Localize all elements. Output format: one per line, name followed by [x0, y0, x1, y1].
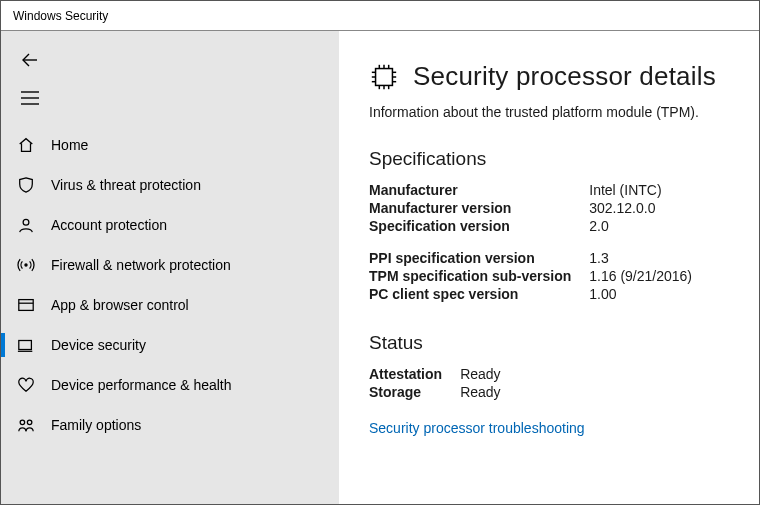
table-row: TPM specification sub-version1.16 (9/21/… — [369, 268, 710, 286]
sidebar-item-app-browser[interactable]: App & browser control — [1, 285, 339, 325]
spec-key: Manufacturer version — [369, 200, 589, 218]
sidebar-item-label: Home — [51, 137, 88, 153]
hamburger-icon — [19, 91, 41, 105]
svg-point-10 — [20, 420, 25, 425]
window-titlebar: Windows Security — [1, 1, 759, 31]
sidebar-item-label: Device security — [51, 337, 146, 353]
back-arrow-icon — [19, 50, 41, 70]
svg-rect-6 — [19, 300, 33, 311]
table-row: Specification version2.0 — [369, 218, 710, 236]
status-value: Ready — [460, 366, 518, 384]
sidebar-item-label: Device performance & health — [51, 377, 232, 393]
page-title: Security processor details — [413, 61, 716, 92]
account-icon — [17, 216, 51, 234]
sidebar-item-device-security[interactable]: Device security — [1, 325, 339, 365]
spec-key: PPI specification version — [369, 250, 589, 268]
sidebar-item-virus[interactable]: Virus & threat protection — [1, 165, 339, 205]
svg-point-11 — [27, 420, 32, 425]
back-button[interactable] — [1, 41, 339, 79]
spec-key: TPM specification sub-version — [369, 268, 589, 286]
svg-point-4 — [23, 219, 29, 225]
sidebar-item-label: App & browser control — [51, 297, 189, 313]
status-heading: Status — [369, 332, 739, 354]
sidebar-item-label: Firewall & network protection — [51, 257, 231, 273]
svg-rect-8 — [19, 341, 32, 350]
spec-key: Specification version — [369, 218, 589, 236]
sidebar-item-firewall[interactable]: Firewall & network protection — [1, 245, 339, 285]
page-header: Security processor details — [369, 61, 739, 92]
hamburger-button[interactable] — [1, 79, 339, 117]
status-section: Status AttestationReady StorageReady Sec… — [369, 332, 739, 436]
sidebar-item-family[interactable]: Family options — [1, 405, 339, 445]
table-row: PPI specification version1.3 — [369, 250, 710, 268]
sidebar-item-label: Account protection — [51, 217, 167, 233]
processor-chip-icon — [369, 62, 399, 92]
sidebar-item-label: Virus & threat protection — [51, 177, 201, 193]
table-row: ManufacturerIntel (INTC) — [369, 182, 710, 200]
nav-spacer — [1, 117, 339, 125]
device-security-icon — [17, 336, 51, 354]
window-title: Windows Security — [13, 9, 108, 23]
sidebar-item-home[interactable]: Home — [1, 125, 339, 165]
sidebar: Home Virus & threat protection Account p… — [1, 31, 339, 504]
page-subtitle: Information about the trusted platform m… — [369, 104, 739, 120]
spec-value: 1.16 (9/21/2016) — [589, 268, 710, 286]
shield-icon — [17, 176, 51, 194]
window: Windows Security — [0, 0, 760, 505]
status-value: Ready — [460, 384, 518, 402]
spec-key: PC client spec version — [369, 286, 589, 304]
spec-value: 302.12.0.0 — [589, 200, 710, 218]
sidebar-item-label: Family options — [51, 417, 141, 433]
table-row: Manufacturer version302.12.0.0 — [369, 200, 710, 218]
sidebar-item-account[interactable]: Account protection — [1, 205, 339, 245]
svg-rect-12 — [376, 68, 393, 85]
family-icon — [17, 416, 51, 434]
specifications-table: ManufacturerIntel (INTC) Manufacturer ve… — [369, 182, 710, 304]
svg-point-5 — [25, 264, 27, 266]
spec-key: Manufacturer — [369, 182, 589, 200]
status-key: Storage — [369, 384, 460, 402]
spec-value: 2.0 — [589, 218, 710, 236]
home-icon — [17, 136, 51, 154]
content-area: Security processor details Information a… — [339, 31, 759, 504]
troubleshooting-link[interactable]: Security processor troubleshooting — [369, 420, 585, 436]
heart-icon — [17, 376, 51, 394]
sidebar-item-performance[interactable]: Device performance & health — [1, 365, 339, 405]
window-body: Home Virus & threat protection Account p… — [1, 31, 759, 504]
firewall-icon — [17, 256, 51, 274]
spec-value: Intel (INTC) — [589, 182, 710, 200]
specifications-heading: Specifications — [369, 148, 739, 170]
spec-value: 1.00 — [589, 286, 710, 304]
app-browser-icon — [17, 296, 51, 314]
table-row: AttestationReady — [369, 366, 519, 384]
spec-value: 1.3 — [589, 250, 710, 268]
table-spacer — [369, 236, 710, 250]
table-row: StorageReady — [369, 384, 519, 402]
status-key: Attestation — [369, 366, 460, 384]
status-table: AttestationReady StorageReady — [369, 366, 519, 402]
table-row: PC client spec version1.00 — [369, 286, 710, 304]
